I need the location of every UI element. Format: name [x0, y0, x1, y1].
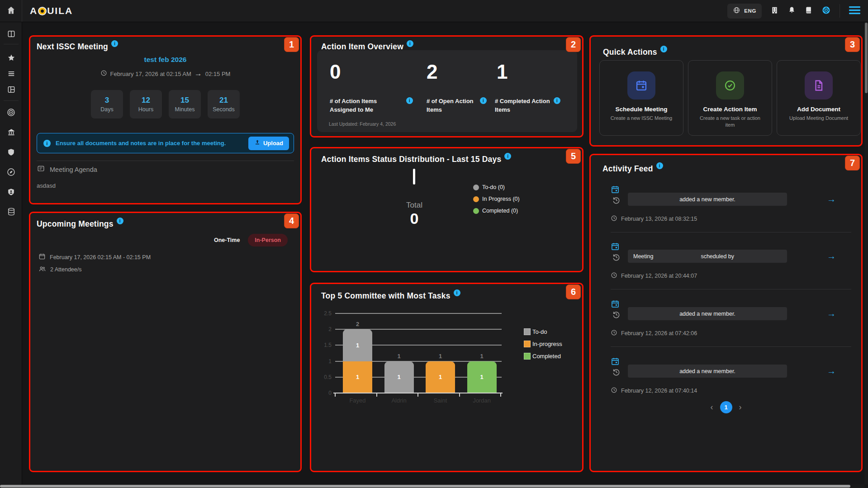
add-document-card[interactable]: Add Document Upload Meeting Document [777, 60, 861, 136]
menu-button[interactable] [849, 5, 861, 17]
bar-segment-in-progress: 1 [426, 361, 455, 393]
legend-item-todo[interactable]: To-do (0) [473, 184, 505, 190]
action-title: Create Action Item [703, 106, 757, 113]
legend-item-completed[interactable]: Completed [524, 353, 561, 360]
book-icon [805, 6, 813, 16]
building-icon [770, 6, 779, 16]
bar-total-label: 2 [343, 321, 372, 328]
brand-logo[interactable]: A UILA [30, 0, 73, 22]
y-axis-tick-label: 0.5 [315, 374, 332, 380]
entry-divider [611, 346, 851, 347]
documentation-button[interactable] [805, 6, 813, 16]
activity-timestamp: February 13, 2026 at 08:32:15 [621, 216, 697, 222]
action-subtitle: Upload Meeting Document [782, 115, 855, 122]
x-axis-tick [500, 393, 501, 397]
top-bar-divider [840, 4, 840, 18]
countdown-label: Minutes [175, 106, 195, 113]
sidebar-item-compass[interactable] [0, 165, 22, 181]
user-shield-icon [7, 188, 15, 198]
panel-status-distribution: Action Items Status Distribution - Last … [310, 147, 583, 272]
calendar-icon [611, 242, 620, 253]
star-icon [7, 53, 16, 64]
legend-label: To-do [532, 328, 547, 335]
info-icon[interactable]: i [117, 218, 123, 224]
vertical-scrollbar-thumb[interactable] [865, 23, 868, 93]
meeting-datetime-row: February 17, 2026 at 02:15 AM → 02:15 PM [29, 69, 301, 78]
organization-button[interactable] [770, 6, 779, 16]
pagination-next-chevron[interactable]: › [739, 403, 742, 412]
vertical-scrollbar[interactable] [864, 22, 868, 484]
activity-detail-arrow[interactable]: → [827, 193, 836, 206]
legend-label: Completed [532, 353, 561, 360]
x-axis-category-label: Jordan [467, 397, 497, 404]
meeting-title-link[interactable]: test feb 2026 [29, 56, 301, 64]
meeting-tags: One-Time In-Person [214, 234, 288, 246]
activity-entry: added a new member. → February 12, 2026 … [590, 299, 863, 356]
sidebar-item-favorites[interactable] [0, 51, 22, 67]
sidebar-item-panels[interactable] [0, 27, 22, 43]
info-icon[interactable]: i [554, 97, 560, 104]
pagination-page-1[interactable]: 1 [720, 401, 732, 413]
bar-total-label: 1 [384, 353, 414, 360]
action-subtitle: Create a new task or action item [688, 115, 772, 129]
last-updated-text: Last Updated: February 4, 2026 [329, 121, 396, 127]
bar-total-label: 1 [467, 353, 497, 360]
info-icon[interactable]: i [656, 162, 663, 169]
upload-button[interactable]: Upload [248, 137, 289, 150]
info-icon[interactable]: i [504, 153, 511, 160]
legend-item-todo[interactable]: To-do [524, 328, 547, 335]
info-icon[interactable]: i [454, 289, 460, 296]
legend-label: In-progress [532, 341, 562, 347]
horizontal-scrollbar-thumb[interactable] [0, 485, 850, 488]
activity-timestamp-row: February 12, 2026 at 07:40:14 [611, 387, 697, 395]
legend-item-in-progress[interactable]: In-progress [524, 341, 562, 347]
bar-segment-to-do: 1 [384, 361, 414, 393]
help-support-button[interactable] [821, 5, 831, 17]
meeting-schedule-row[interactable]: February 17, 2026 02:15 AM - 02:15 PM [38, 253, 151, 261]
activity-detail-arrow[interactable]: → [827, 365, 836, 378]
sidebar-item-user-access[interactable] [0, 185, 22, 201]
info-icon[interactable]: i [660, 46, 667, 52]
activity-pagination: ‹ 1 › [590, 401, 862, 413]
create-action-item-card[interactable]: Create Action Item Create a new task or … [688, 60, 772, 136]
brand-q-eagle-eye-logo [38, 7, 47, 15]
sidebar-item-lists[interactable] [0, 66, 22, 83]
activity-detail-arrow[interactable]: → [827, 250, 836, 263]
info-icon[interactable]: i [480, 97, 487, 104]
legend-label: In Progress (0) [482, 196, 520, 202]
globe-icon [733, 6, 740, 16]
info-icon[interactable]: i [406, 97, 413, 104]
legend-item-completed[interactable]: Completed (0) [473, 208, 518, 214]
sidebar-item-data[interactable] [0, 204, 22, 221]
sidebar-item-layout[interactable] [0, 82, 22, 99]
countdown-label: Days [100, 106, 113, 113]
notifications-button[interactable] [787, 6, 796, 16]
stat-value: 0 [330, 62, 341, 82]
calendar-icon [611, 357, 620, 368]
layout-grid-icon [7, 85, 16, 96]
sidebar-item-objectives[interactable] [0, 105, 22, 121]
dashboard-page: A UILA ENG [0, 0, 868, 488]
legend-label: To-do (0) [482, 184, 505, 190]
schedule-meeting-card[interactable]: Schedule Meeting Create a new ISSC Meeti… [599, 60, 683, 136]
entry-divider [611, 232, 851, 232]
shield-icon [7, 148, 15, 158]
countdown-days-tile: 3 Days [91, 90, 123, 118]
sidebar-item-governance[interactable] [0, 125, 22, 141]
info-icon[interactable]: i [407, 40, 413, 47]
clock-icon [611, 272, 617, 280]
x-axis-category-label: Saint [426, 397, 455, 404]
panel-upcoming-meetings: Upcoming Meetings i One-Time In-Person F… [29, 212, 302, 472]
info-icon[interactable]: i [111, 40, 118, 47]
sidebar-item-security[interactable] [0, 145, 22, 161]
activity-timestamp-row: February 13, 2026 at 08:32:15 [611, 215, 697, 223]
activity-detail-arrow[interactable]: → [827, 307, 836, 320]
legend-item-in-progress[interactable]: In Progress (0) [473, 196, 520, 202]
pagination-prev-chevron[interactable]: ‹ [711, 403, 713, 412]
horizontal-scrollbar[interactable] [0, 484, 864, 488]
home-button[interactable] [0, 0, 22, 22]
stat-label: # Completed Action Items [495, 97, 550, 114]
meeting-agenda-row: Meeting Agenda [37, 165, 97, 175]
countdown-label: Hours [138, 106, 153, 113]
language-selector[interactable]: ENG [727, 4, 762, 19]
